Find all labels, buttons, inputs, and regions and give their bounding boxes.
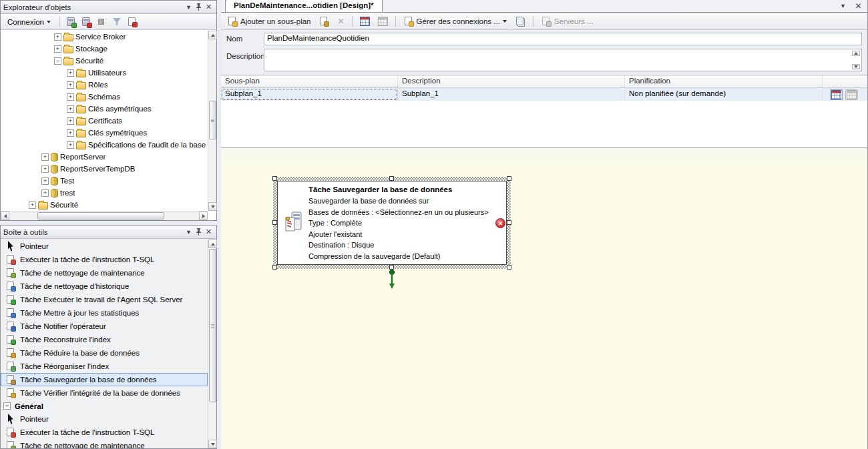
toolbox-item[interactable]: Tâche de nettoyage de maintenance [1,266,208,280]
scroll-up-icon[interactable] [852,51,860,56]
tree-item[interactable]: +trest [1,187,208,199]
toolbox-item[interactable]: Tâche de nettoyage de maintenance [1,439,208,448]
scrollbar-thumb[interactable] [37,212,164,219]
scrollbar-thumb[interactable] [209,249,216,402]
reporting-button[interactable] [512,14,528,29]
window-position-icon[interactable]: ▼ [184,228,194,237]
scroll-down-icon[interactable] [208,440,217,448]
connect-server-button[interactable] [64,15,77,29]
toolbox-item[interactable]: Tâche Réduire la base de données [1,346,208,360]
script-error-button[interactable] [126,15,139,29]
toolbox-group-header[interactable]: −Général [1,400,208,412]
column-header-subplan[interactable]: Sous-plan [221,75,398,87]
tree-item[interactable]: +Sécurité [1,199,208,211]
expand-icon[interactable]: + [67,141,74,149]
resize-handle-nw[interactable] [272,176,277,181]
stop-button[interactable] [95,15,108,29]
resize-handle-s[interactable] [389,265,394,270]
subplan-name-cell[interactable]: Subplan_1 [221,88,398,101]
expand-icon[interactable]: + [67,69,74,77]
tree-item[interactable]: +Service Broker [1,31,208,43]
subplan-row[interactable]: Subplan_1Subplan_1Non planifiée (sur dem… [221,88,867,101]
toolbox-item[interactable]: Tâche Mettre à jour les statistiques [1,306,208,320]
tree-item[interactable]: +ReportServerTempDB [1,163,208,175]
expand-icon[interactable]: + [41,153,49,161]
toolbox-item[interactable]: Tâche de nettoyage d'historique [1,280,208,293]
disconnect-server-button[interactable] [79,15,93,29]
toolbox-item[interactable]: Pointeur [1,240,208,253]
toolbox-item[interactable]: Tâche Sauvegarder la base de données [1,373,208,386]
edit-subplan-button[interactable] [316,14,332,29]
scroll-left-icon[interactable] [1,211,9,220]
close-document-icon[interactable]: ✕ [853,1,863,11]
active-files-dropdown-icon[interactable]: ▼ [838,1,848,11]
expand-icon[interactable]: + [67,129,74,137]
toolbox-item[interactable]: Tâche Réorganiser l'index [1,360,208,373]
scroll-up-icon[interactable] [208,240,217,248]
expand-icon[interactable]: + [67,105,74,113]
tree-item[interactable]: +Spécifications de l'audit de la base de… [1,139,208,151]
description-input[interactable] [264,49,862,71]
toolbox-item[interactable]: Tâche Reconstruire l'index [1,333,208,346]
expand-icon[interactable]: + [41,189,49,197]
design-surface[interactable]: Tâche Sauvegarder la base de données Sau… [221,148,867,449]
resize-handle-n[interactable] [389,176,394,181]
pin-icon[interactable] [194,3,204,12]
tree-item[interactable]: +Test [1,175,208,187]
column-header-schedule[interactable]: Planification [625,75,823,87]
tree-vertical-scrollbar[interactable] [208,31,216,211]
expand-icon[interactable]: + [41,165,49,173]
expand-icon[interactable]: + [67,93,74,101]
precedence-connector-arrow[interactable] [388,270,396,292]
subplan-description-cell[interactable]: Subplan_1 [398,88,625,101]
close-icon[interactable]: ✕ [204,228,214,237]
pin-icon[interactable] [194,228,204,237]
scrollbar-thumb[interactable] [209,101,216,139]
tree-item[interactable]: +Clés symétriques [1,127,208,139]
expand-icon[interactable]: + [41,177,49,185]
toolbox-item[interactable]: Exécuter la tâche de l'instruction T-SQL [1,426,208,439]
tab-plandemaintenance[interactable]: PlanDeMaintenance...otidien [Design]* [225,0,383,12]
toolbox-item[interactable]: Tâche Notifier l'opérateur [1,320,208,333]
manage-connections-button[interactable]: Gérer des connexions ... [401,14,509,29]
window-position-icon[interactable]: ▼ [184,3,194,12]
expand-icon[interactable]: + [54,33,61,41]
tree-item[interactable]: +Utilisateurs [1,67,208,79]
tree-item[interactable]: +Rôles [1,79,208,91]
expand-icon[interactable]: + [54,45,61,53]
filter-icon[interactable] [110,15,124,29]
tree-horizontal-scrollbar[interactable] [1,211,208,220]
toolbox-item[interactable]: Exécuter la tâche de l'instruction T-SQL [1,253,208,266]
scroll-right-icon[interactable] [199,211,208,220]
expand-icon[interactable]: + [67,81,74,89]
toolbox-item[interactable]: Tâche Exécuter le travail de l'Agent SQL… [1,293,208,306]
subplan-schedule-button[interactable] [357,15,373,28]
toolbox-vertical-scrollbar[interactable] [208,240,216,448]
collapse-icon[interactable]: − [3,402,11,410]
collapse-icon[interactable]: − [54,57,61,65]
scroll-up-icon[interactable] [208,31,217,39]
column-header-description[interactable]: Description [398,75,625,87]
add-subplan-button[interactable]: Ajouter un sous-plan [224,14,313,29]
expand-icon[interactable]: + [29,201,36,209]
close-icon[interactable]: ✕ [204,3,214,12]
resize-handle-w[interactable] [272,220,277,225]
resize-handle-e[interactable] [507,220,511,225]
tree-item[interactable]: +ReportServer [1,151,208,163]
tree-item[interactable]: +Clés asymétriques [1,103,208,115]
connect-dropdown-button[interactable]: Connexion [3,16,55,28]
name-input[interactable]: PlanDeMaintenanceQuotidien [264,33,862,45]
scroll-down-icon[interactable] [852,64,860,69]
error-badge-icon[interactable]: ✕ [495,218,505,228]
backup-task[interactable]: Tâche Sauvegarder la base de données Sau… [273,177,511,269]
resize-handle-ne[interactable] [507,176,511,181]
backup-task-box[interactable]: Tâche Sauvegarder la base de données Sau… [277,181,507,265]
resize-handle-se[interactable] [507,265,511,270]
toolbox-item[interactable]: Tâche Vérifier l'intégrité de la base de… [1,386,208,400]
tree-item[interactable]: +Stockage [1,43,208,55]
edit-schedule-button[interactable] [830,89,843,100]
description-scrollbar[interactable] [851,50,861,70]
tree-item[interactable]: +Certificats [1,115,208,127]
tree-item[interactable]: −Sécurité [1,55,208,67]
subplan-schedule-cell[interactable]: Non planifiée (sur demande) [625,88,823,101]
